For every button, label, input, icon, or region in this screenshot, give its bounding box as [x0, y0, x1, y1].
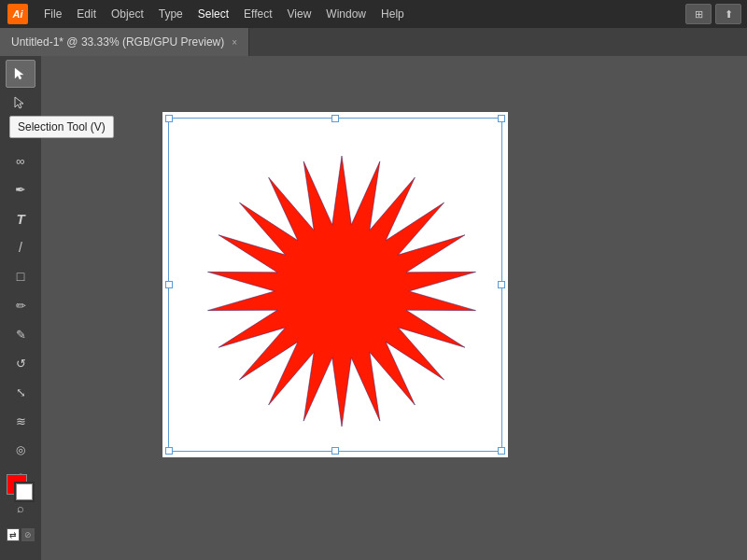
menu-select[interactable]: Select: [191, 5, 235, 23]
color-swatches: ⇄ ⊘: [7, 474, 35, 541]
document-tab[interactable]: Untitled-1* @ 33.33% (RGB/GPU Preview) ×: [0, 28, 249, 56]
svg-marker-0: [15, 68, 23, 79]
tool-selection[interactable]: [6, 60, 35, 88]
handle-top-right[interactable]: [498, 115, 505, 122]
none-color-btn[interactable]: ⊘: [21, 528, 35, 541]
selection-bounding-box: [168, 118, 502, 452]
tool-direct-selection[interactable]: [6, 89, 35, 117]
none-swap-controls: ⇄ ⊘: [7, 528, 35, 541]
handle-bottom-mid[interactable]: [331, 447, 339, 455]
menu-object[interactable]: Object: [105, 5, 150, 23]
menu-window[interactable]: Window: [319, 5, 373, 23]
handle-top-mid[interactable]: [331, 115, 339, 122]
tool-warp[interactable]: ≋: [6, 407, 35, 435]
star-svg: [192, 142, 491, 441]
tool-freeform[interactable]: ◎: [6, 436, 35, 464]
menu-type[interactable]: Type: [152, 5, 190, 23]
workspace-switcher[interactable]: ⊞: [685, 4, 712, 24]
handle-mid-right[interactable]: [498, 281, 505, 288]
tool-magic-wand[interactable]: ✦: [6, 118, 35, 146]
handle-top-left[interactable]: [165, 115, 173, 122]
main-area: Selection Tool (V) ✦ ∞ ✒ T / □ ✏ ✎: [0, 56, 747, 560]
handle-mid-left[interactable]: [165, 281, 173, 288]
menu-file[interactable]: File: [37, 5, 68, 23]
tool-scale[interactable]: ⤡: [6, 378, 35, 406]
stroke-swatch[interactable]: [14, 482, 35, 502]
menu-bar: Ai File Edit Object Type Select Effect V…: [0, 0, 747, 28]
tab-close-icon[interactable]: ×: [232, 37, 237, 48]
tool-type[interactable]: T: [6, 204, 35, 232]
ai-logo-icon: Ai: [7, 4, 28, 24]
menu-effect[interactable]: Effect: [237, 5, 278, 23]
toolbar: Selection Tool (V) ✦ ∞ ✒ T / □ ✏ ✎: [0, 56, 41, 560]
handle-bottom-right[interactable]: [498, 447, 505, 455]
swap-colors-btn[interactable]: ⇄: [7, 528, 20, 541]
app-logo: Ai: [6, 2, 30, 26]
tool-rotate[interactable]: ↺: [6, 349, 35, 377]
menubar-right-controls: ⊞ ⬆: [685, 4, 741, 24]
tool-pen[interactable]: ✒: [6, 175, 35, 203]
artboard: [162, 112, 508, 457]
tool-rect[interactable]: □: [6, 262, 35, 290]
svg-marker-1: [15, 97, 23, 108]
canvas-area[interactable]: [41, 56, 747, 560]
selection-tool-icon: [13, 66, 28, 81]
handle-bottom-left[interactable]: [165, 447, 173, 455]
direct-selection-icon: [13, 95, 28, 110]
menu-help[interactable]: Help: [374, 5, 411, 23]
tool-line[interactable]: /: [6, 233, 35, 261]
cloud-sync-btn[interactable]: ⬆: [715, 4, 741, 24]
tool-pencil[interactable]: ✎: [6, 320, 35, 348]
fill-stroke-swatches[interactable]: [7, 474, 35, 502]
menu-edit[interactable]: Edit: [70, 5, 103, 23]
tool-lasso[interactable]: ∞: [6, 147, 35, 175]
tab-bar: Untitled-1* @ 33.33% (RGB/GPU Preview) ×: [0, 28, 747, 56]
star-shape-container[interactable]: [175, 124, 509, 458]
menu-view[interactable]: View: [281, 5, 318, 23]
tool-paintbrush[interactable]: ✏: [6, 291, 35, 319]
tab-title: Untitled-1* @ 33.33% (RGB/GPU Preview): [11, 35, 224, 49]
svg-marker-2: [207, 156, 475, 427]
